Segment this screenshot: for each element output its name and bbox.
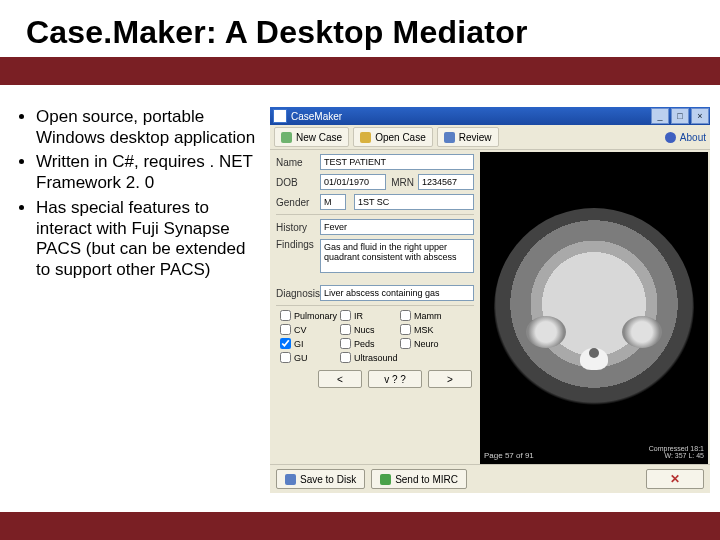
maximize-button[interactable]: □ [671, 108, 689, 124]
category-checkbox[interactable]: Mamm [400, 310, 460, 321]
checkbox-input[interactable] [340, 352, 351, 363]
nav-mid-button[interactable]: v ? ? [368, 370, 422, 388]
category-label: IR [354, 311, 363, 321]
category-checkbox[interactable]: Nucs [340, 324, 400, 335]
about-button[interactable]: About [665, 132, 706, 143]
disk-icon [285, 474, 296, 485]
open-case-button[interactable]: Open Case [353, 127, 433, 147]
toolbar: New Case Open Case Review About [270, 125, 710, 150]
checkbox-input[interactable] [280, 324, 291, 335]
window-title: CaseMaker [291, 111, 342, 122]
bullet-item: Has special features to interact with Fu… [36, 198, 264, 281]
category-label: MSK [414, 325, 434, 335]
diagnosis-field[interactable]: Liver abscess containing gas [320, 285, 474, 301]
save-disk-label: Save to Disk [300, 474, 356, 485]
mrn-label: MRN [386, 177, 414, 188]
review-button[interactable]: Review [437, 127, 499, 147]
open-case-label: Open Case [375, 132, 426, 143]
divider [276, 305, 474, 306]
image-meta: W: 357 L: 45 [649, 452, 704, 460]
category-checkbox[interactable]: MSK [400, 324, 460, 335]
category-checkbox[interactable]: Ultrasound [340, 352, 400, 363]
gender-field[interactable]: M [320, 194, 346, 210]
nav-prev-button[interactable]: < [318, 370, 362, 388]
checkbox-input[interactable] [340, 310, 351, 321]
ct-structure [526, 316, 566, 348]
history-field[interactable]: Fever [320, 219, 474, 235]
divider [276, 214, 474, 215]
category-label: Pulmonary [294, 311, 337, 321]
name-field[interactable]: TEST PATIENT [320, 154, 474, 170]
category-label: GI [294, 339, 304, 349]
slide-title: Case.Maker: A Desktop Mediator [0, 0, 720, 57]
category-label: CV [294, 325, 307, 335]
checkbox-input[interactable] [400, 338, 411, 349]
category-checkbox[interactable]: Pulmonary [280, 310, 340, 321]
status-bar: Save to Disk Send to MIRC ✕ [270, 464, 710, 493]
new-case-icon [281, 132, 292, 143]
bullets: Open source, portable Windows desktop ap… [18, 107, 264, 495]
close-button[interactable]: × [691, 108, 709, 124]
category-checkbox[interactable]: IR [340, 310, 400, 321]
category-checkbox[interactable]: Peds [340, 338, 400, 349]
minimize-button[interactable]: _ [651, 108, 669, 124]
category-label: GU [294, 353, 308, 363]
checkbox-input[interactable] [340, 324, 351, 335]
image-meta: Compressed 18:1 [649, 445, 704, 453]
category-grid: PulmonaryIRMammCVNucsMSKGIPedsNeuroGUUlt… [280, 310, 474, 366]
category-label: Nucs [354, 325, 375, 335]
category-checkbox[interactable]: GU [280, 352, 340, 363]
ct-scan-image [494, 208, 694, 408]
ct-structure [622, 316, 662, 348]
page-indicator: Page 57 of 91 [484, 451, 534, 460]
category-checkbox[interactable]: CV [280, 324, 340, 335]
location-field[interactable]: 1ST SC [354, 194, 474, 210]
findings-field[interactable]: Gas and fluid in the right upper quadran… [320, 239, 474, 273]
footer-bar [0, 512, 720, 540]
category-checkbox[interactable]: Neuro [400, 338, 460, 349]
case-form: Name TEST PATIENT DOB 01/01/1970 MRN 123… [270, 150, 480, 464]
new-case-label: New Case [296, 132, 342, 143]
save-disk-button[interactable]: Save to Disk [276, 469, 365, 489]
accent-bar [0, 57, 720, 85]
window-titlebar[interactable]: CaseMaker _ □ × [270, 107, 710, 125]
cancel-button[interactable]: ✕ [646, 469, 704, 489]
send-mirc-button[interactable]: Send to MIRC [371, 469, 467, 489]
review-icon [444, 132, 455, 143]
mrn-field[interactable]: 1234567 [418, 174, 474, 190]
diagnosis-label: Diagnosis [276, 288, 320, 299]
category-label: Ultrasound [354, 353, 398, 363]
review-label: Review [459, 132, 492, 143]
checkbox-input[interactable] [400, 310, 411, 321]
mirc-icon [380, 474, 391, 485]
category-label: Neuro [414, 339, 439, 349]
nav-next-button[interactable]: > [428, 370, 472, 388]
bullet-item: Open source, portable Windows desktop ap… [36, 107, 264, 148]
checkbox-input[interactable] [400, 324, 411, 335]
dob-field[interactable]: 01/01/1970 [320, 174, 386, 190]
gender-label: Gender [276, 197, 320, 208]
category-checkbox[interactable]: GI [280, 338, 340, 349]
category-label: Mamm [414, 311, 442, 321]
category-label: Peds [354, 339, 375, 349]
casemaker-app-window: CaseMaker _ □ × New Case Open Case [270, 107, 710, 495]
new-case-button[interactable]: New Case [274, 127, 349, 147]
image-viewer[interactable]: Page 57 of 91 Compressed 18:1 W: 357 L: … [480, 152, 708, 464]
bullet-item: Written in C#, requires . NET Framework … [36, 152, 264, 193]
checkbox-input[interactable] [280, 338, 291, 349]
app-icon [273, 109, 287, 123]
about-label: About [680, 132, 706, 143]
checkbox-input[interactable] [280, 352, 291, 363]
dob-label: DOB [276, 177, 320, 188]
name-label: Name [276, 157, 320, 168]
open-case-icon [360, 132, 371, 143]
findings-label: Findings [276, 239, 320, 250]
about-icon [665, 132, 676, 143]
checkbox-input[interactable] [280, 310, 291, 321]
send-mirc-label: Send to MIRC [395, 474, 458, 485]
checkbox-input[interactable] [340, 338, 351, 349]
history-label: History [276, 222, 320, 233]
